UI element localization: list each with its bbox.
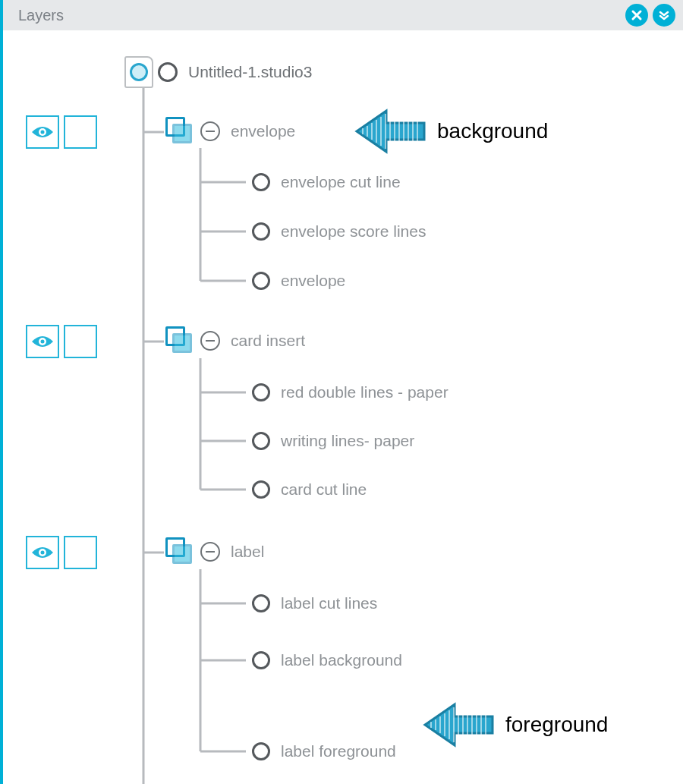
layer-group-cardinsert[interactable]: card insert (165, 326, 305, 355)
shape-object-icon (252, 222, 270, 241)
layer-group-label[interactable]: label (165, 537, 264, 566)
layer-visibility-controls-label (26, 536, 102, 569)
arrow-left-icon (420, 698, 496, 751)
layer-label: label foreground (281, 742, 396, 760)
layer-item[interactable]: envelope (252, 272, 345, 290)
root-filename-label: Untitled-1.studio3 (188, 63, 312, 81)
shape-object-icon (252, 383, 270, 401)
layer-label: label cut lines (281, 594, 377, 612)
file-page-icon (124, 56, 153, 88)
layer-label: label (231, 543, 264, 561)
layer-label: label background (281, 651, 402, 669)
layer-item[interactable]: red double lines - paper (252, 383, 449, 401)
visibility-toggle[interactable] (26, 536, 59, 569)
visibility-toggle[interactable] (26, 325, 59, 358)
layer-label: envelope (281, 272, 345, 290)
shape-object-icon (252, 742, 270, 760)
layer-label: writing lines- paper (281, 432, 414, 450)
layer-item[interactable]: label cut lines (252, 594, 377, 612)
lock-toggle[interactable] (64, 325, 97, 358)
annotation-foreground: foreground (420, 698, 608, 751)
layer-label: envelope cut line (281, 173, 401, 191)
visibility-toggle[interactable] (26, 115, 59, 149)
shape-object-icon (252, 272, 270, 290)
collapse-toggle[interactable] (200, 121, 220, 141)
annotation-text: foreground (505, 713, 608, 737)
layer-item[interactable]: label foreground (252, 742, 396, 760)
layer-label: red double lines - paper (281, 383, 449, 401)
arrow-left-icon (352, 105, 428, 158)
collapse-toggle[interactable] (200, 331, 220, 351)
eye-icon (31, 334, 54, 349)
annotation-background: background (352, 105, 548, 158)
annotation-text: background (437, 119, 548, 143)
eye-icon (31, 124, 54, 140)
layer-label: envelope (231, 122, 295, 140)
svg-point-1 (41, 131, 45, 134)
layers-panel: Layers Un (0, 0, 683, 784)
svg-point-3 (41, 340, 45, 344)
layer-label: envelope score lines (281, 222, 426, 241)
lock-toggle[interactable] (64, 536, 97, 569)
collapse-toggle[interactable] (200, 542, 220, 562)
shape-object-icon (252, 173, 270, 191)
shape-object-icon (252, 594, 270, 612)
layer-item[interactable]: card cut line (252, 480, 367, 499)
layer-group-icon (165, 117, 194, 146)
layer-visibility-controls-envelope (26, 115, 102, 149)
shape-object-icon (252, 432, 270, 450)
layer-group-icon (165, 326, 194, 355)
layer-item[interactable]: label background (252, 651, 402, 669)
root-file-row[interactable]: Untitled-1.studio3 (124, 56, 312, 88)
svg-point-5 (41, 551, 45, 555)
layer-label: card cut line (281, 480, 367, 499)
layer-item[interactable]: writing lines- paper (252, 432, 414, 450)
selection-indicator-icon (158, 62, 178, 82)
layer-item[interactable]: envelope score lines (252, 222, 426, 241)
lock-toggle[interactable] (64, 115, 97, 149)
globe-icon (130, 63, 148, 81)
layer-group-icon (165, 537, 194, 566)
shape-object-icon (252, 480, 270, 499)
eye-icon (31, 545, 54, 560)
layer-visibility-controls-cardinsert (26, 325, 102, 358)
layer-label: card insert (231, 332, 305, 350)
layer-group-envelope[interactable]: envelope (165, 117, 295, 146)
shape-object-icon (252, 651, 270, 669)
layer-item[interactable]: envelope cut line (252, 173, 401, 191)
